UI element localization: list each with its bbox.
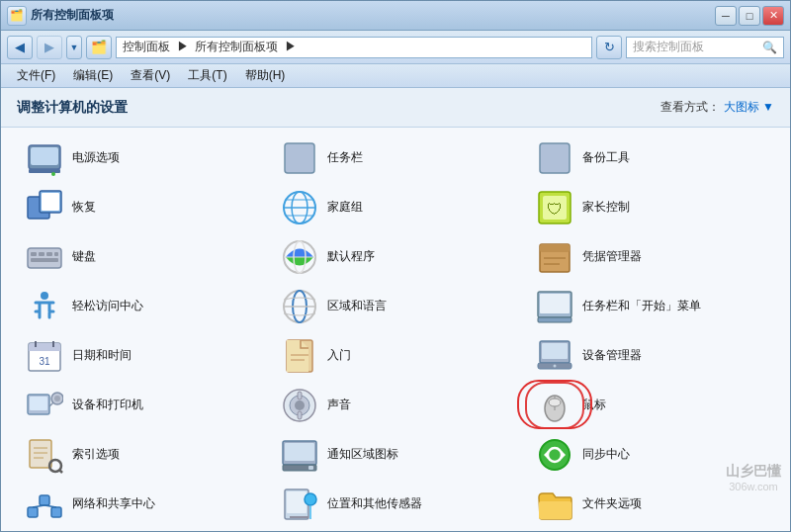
item-label-devices: 设备和打印机 <box>72 398 143 413</box>
item-label-getstarted: 入门 <box>327 348 351 364</box>
grid-item-devices[interactable]: 设备和打印机 <box>17 383 264 428</box>
item-icon-taskmanager <box>280 138 319 178</box>
forward-button[interactable]: ▶ <box>37 36 62 59</box>
item-label-accessibility: 轻松访问中心 <box>72 299 143 314</box>
grid-item-power[interactable]: 电源选项 <box>17 135 264 181</box>
grid-item-getstarted[interactable]: 入门 <box>272 333 519 379</box>
grid-item-taskmanager[interactable]: 任务栏 <box>272 135 519 181</box>
svg-rect-51 <box>30 397 47 410</box>
item-icon-credentials <box>535 237 574 277</box>
grid-item-network[interactable]: 网络和共享中心 <box>17 482 264 527</box>
grid-item-devmanager[interactable]: 设备管理器 <box>527 333 774 379</box>
grid-item-backup[interactable]: 备份工具 <box>527 135 774 181</box>
item-label-keyboard: 键盘 <box>72 249 96 265</box>
item-icon-location <box>280 485 319 524</box>
item-label-restore: 恢复 <box>72 200 96 216</box>
minimize-button[interactable]: ─ <box>715 6 737 26</box>
svg-line-79 <box>33 505 44 507</box>
grid-item-location[interactable]: 位置和其他传感器 <box>272 482 519 527</box>
svg-rect-19 <box>39 252 44 256</box>
grid-item-index[interactable]: 索引选项 <box>17 432 264 478</box>
svg-rect-39 <box>29 347 60 351</box>
item-icon-parentcontrol: 🛡 <box>535 188 574 227</box>
refresh-button[interactable]: ↻ <box>596 36 622 59</box>
items-grid: 电源选项任务栏备份工具恢复家庭组🛡家长控制键盘默认程序凭据管理器轻松访问中心区域… <box>1 128 790 531</box>
menu-file[interactable]: 文件(F) <box>9 65 63 86</box>
item-icon-power <box>25 138 64 178</box>
svg-rect-59 <box>298 411 302 419</box>
back-button[interactable]: ◀ <box>7 36 33 59</box>
search-icon: 🔍 <box>762 41 777 54</box>
item-label-taskmanager: 任务栏 <box>327 150 363 166</box>
svg-rect-5 <box>540 143 570 173</box>
svg-rect-77 <box>40 495 49 505</box>
page-title: 调整计算机的设置 <box>17 99 128 117</box>
title-bar: 🗂️ 所有控制面板项 ─ □ ✕ <box>1 1 790 31</box>
item-icon-synccenter <box>535 435 574 475</box>
view-mode-selector[interactable]: 大图标 ▼ <box>724 100 774 114</box>
grid-item-sound[interactable]: 声音 <box>272 383 519 428</box>
svg-rect-82 <box>287 491 307 513</box>
item-icon-devmanager <box>535 336 574 376</box>
svg-rect-35 <box>540 294 570 313</box>
item-icon-accessibility <box>25 287 64 326</box>
item-label-folderopt: 文件夹远项 <box>582 496 642 512</box>
title-bar-title: 所有控制面板项 <box>31 7 114 24</box>
content-header: 调整计算机的设置 查看方式： 大图标 ▼ <box>1 88 790 128</box>
svg-rect-72 <box>308 466 313 470</box>
title-bar-left: 🗂️ 所有控制面板项 <box>7 6 114 26</box>
svg-rect-2 <box>29 169 60 173</box>
breadcrumb: 控制面板 ▶ 所有控制面板项 ▶ <box>123 39 300 55</box>
recent-button[interactable]: ▼ <box>66 36 82 59</box>
svg-point-62 <box>549 399 561 406</box>
view-options[interactable]: 查看方式： 大图标 ▼ <box>660 99 774 116</box>
parent-folder-button[interactable]: 🗂️ <box>86 36 112 59</box>
svg-rect-20 <box>46 252 52 256</box>
item-label-location: 位置和其他传感器 <box>327 496 422 512</box>
grid-item-region[interactable]: 区域和语言 <box>272 284 519 329</box>
menu-edit[interactable]: 编辑(E) <box>65 65 121 86</box>
search-box[interactable]: 搜索控制面板 🔍 <box>626 37 784 58</box>
svg-rect-76 <box>28 507 38 517</box>
svg-text:31: 31 <box>39 356 50 367</box>
close-button[interactable]: ✕ <box>762 6 784 26</box>
svg-rect-58 <box>298 392 302 399</box>
item-label-homegroup: 家庭组 <box>327 200 363 216</box>
grid-item-accessibility[interactable]: 轻松访问中心 <box>17 284 264 329</box>
main-window: 🗂️ 所有控制面板项 ─ □ ✕ ◀ ▶ ▼ 🗂️ 控制面板 ▶ 所有控制面板项… <box>0 0 791 532</box>
svg-point-84 <box>305 493 316 505</box>
svg-rect-8 <box>42 193 59 211</box>
menu-help[interactable]: 帮助(H) <box>237 65 294 86</box>
svg-rect-70 <box>285 443 314 461</box>
grid-item-mouse[interactable]: 鼠标 <box>527 383 774 428</box>
grid-item-datetime[interactable]: 31日期和时间 <box>17 333 264 379</box>
grid-item-parentcontrol[interactable]: 🛡家长控制 <box>527 185 774 230</box>
grid-item-defaultprog[interactable]: 默认程序 <box>272 234 519 280</box>
address-input[interactable]: 控制面板 ▶ 所有控制面板项 ▶ <box>116 37 592 58</box>
svg-rect-18 <box>31 252 37 256</box>
grid-item-folderopt[interactable]: 文件夹远项 <box>527 482 774 527</box>
item-label-backup: 备份工具 <box>582 150 630 166</box>
item-label-sound: 声音 <box>327 398 351 413</box>
grid-item-taskbar[interactable]: 任务栏和「开始」菜单 <box>527 284 774 329</box>
menu-view[interactable]: 查看(V) <box>123 65 178 86</box>
grid-item-homegroup[interactable]: 家庭组 <box>272 185 519 230</box>
grid-item-notifyicons[interactable]: 通知区域图标 <box>272 432 519 478</box>
menu-tools[interactable]: 工具(T) <box>180 65 234 86</box>
main-area: 调整计算机的设置 查看方式： 大图标 ▼ 电源选项任务栏备份工具恢复家庭组🛡家长… <box>1 88 790 531</box>
item-icon-getstarted <box>280 336 319 376</box>
restore-button[interactable]: □ <box>739 6 760 26</box>
item-icon-network <box>25 485 64 524</box>
item-icon-devices <box>25 386 64 425</box>
svg-text:🛡: 🛡 <box>547 201 563 218</box>
svg-point-30 <box>41 292 48 300</box>
item-icon-sound <box>280 386 319 425</box>
grid-item-synccenter[interactable]: 同步中心 <box>527 432 774 478</box>
svg-point-53 <box>54 396 60 401</box>
item-icon-taskbar <box>535 287 574 326</box>
search-placeholder: 搜索控制面板 <box>633 39 704 55</box>
grid-item-restore[interactable]: 恢复 <box>17 185 264 230</box>
grid-item-credentials[interactable]: 凭据管理器 <box>527 234 774 280</box>
item-icon-datetime: 31 <box>25 336 64 376</box>
grid-item-keyboard[interactable]: 键盘 <box>17 234 264 280</box>
